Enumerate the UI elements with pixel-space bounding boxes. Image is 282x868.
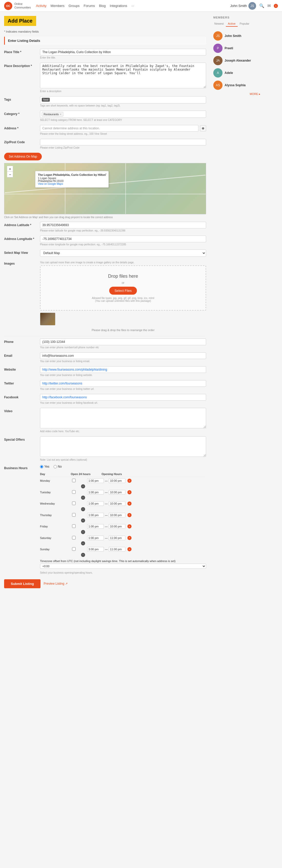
nav-integrations[interactable]: Integrations xyxy=(110,4,127,8)
preview-listing-link[interactable]: Preview Listing ↗ xyxy=(44,582,68,585)
open24-checkbox[interactable] xyxy=(72,501,76,505)
open24-checkbox[interactable] xyxy=(72,524,76,528)
remove-hour-button[interactable]: − xyxy=(81,553,85,557)
open-from-input[interactable] xyxy=(87,478,104,483)
nav-forums[interactable]: Forums xyxy=(83,4,95,8)
open24-checkbox[interactable] xyxy=(72,513,76,517)
member-item[interactable]: P Preeti xyxy=(212,42,261,54)
video-hint: Add video code here. YouTube etc. xyxy=(40,430,206,433)
map-popup-link[interactable]: View on Google Maps xyxy=(38,183,63,185)
tags-container[interactable]: food xyxy=(40,96,206,103)
video-input[interactable] xyxy=(40,408,206,428)
email-input[interactable] xyxy=(40,352,206,359)
images-label: Images xyxy=(4,260,40,266)
hours-table: Day Open 24 hours Opening Hours Monday —… xyxy=(40,471,206,557)
place-title-input[interactable] xyxy=(40,49,206,56)
more-members-link[interactable]: MORE ▸ xyxy=(212,91,261,97)
nav-members[interactable]: Members xyxy=(50,4,64,8)
lng-input[interactable] xyxy=(40,236,206,242)
day-name: Wednesday xyxy=(40,502,61,505)
member-name: Joseph Alexander xyxy=(224,59,251,62)
add-hour-button[interactable]: + xyxy=(128,479,132,483)
lat-input[interactable] xyxy=(40,222,206,228)
member-item[interactable]: JA Joseph Alexander xyxy=(212,54,261,67)
tab-newest[interactable]: Newest xyxy=(212,21,226,27)
open-from-input[interactable] xyxy=(87,513,104,518)
member-item[interactable]: A Adele xyxy=(212,67,261,79)
upload-area[interactable]: Drop files here or Select Files Allowed … xyxy=(40,266,206,311)
add-hour-button[interactable]: + xyxy=(128,490,132,494)
hour-row: Sunday — + xyxy=(40,547,206,552)
remove-hour-button[interactable]: − xyxy=(81,541,85,546)
category-remove[interactable]: × xyxy=(60,113,61,116)
nav-blog[interactable]: Blog xyxy=(99,4,106,8)
open24-checkbox[interactable] xyxy=(72,547,76,551)
add-hour-button[interactable]: + xyxy=(128,501,132,506)
tab-active[interactable]: Active xyxy=(226,21,238,27)
nav-more[interactable]: ··· xyxy=(131,4,134,8)
add-hour-button[interactable]: + xyxy=(128,524,132,528)
website-input[interactable] xyxy=(40,366,206,373)
open-to-input[interactable] xyxy=(109,524,126,529)
zoom-out-button[interactable]: − xyxy=(7,172,13,177)
open-from-input[interactable] xyxy=(87,501,104,506)
remove-hour-button[interactable]: − xyxy=(81,496,85,500)
map-view-select[interactable]: Default Map xyxy=(40,249,206,257)
phone-input[interactable] xyxy=(40,339,206,345)
remove-hour-button[interactable]: − xyxy=(81,507,85,511)
remove-hour-button[interactable]: − xyxy=(81,530,85,534)
open24-checkbox[interactable] xyxy=(72,536,76,539)
timezone-select[interactable]: +0:00 xyxy=(40,564,206,569)
zip-input[interactable] xyxy=(40,139,206,146)
open-from-input[interactable] xyxy=(87,547,104,552)
open-to-input[interactable] xyxy=(109,536,126,540)
open24-checkbox[interactable] xyxy=(72,490,76,494)
member-item[interactable]: JS John Smith xyxy=(212,30,261,42)
time-separator: — xyxy=(105,525,108,528)
hour-row: Thursday — + xyxy=(40,513,206,518)
open-from-input[interactable] xyxy=(87,536,104,540)
remove-hour-button[interactable]: − xyxy=(81,519,85,523)
facebook-input[interactable] xyxy=(40,394,206,401)
tab-popular[interactable]: Popular xyxy=(238,21,251,27)
special-offers-input[interactable] xyxy=(40,436,206,457)
mail-icon[interactable]: ✉ xyxy=(268,3,271,8)
open-to-input[interactable] xyxy=(109,490,126,495)
time-separator: — xyxy=(105,514,108,517)
add-hour-button[interactable]: + xyxy=(128,547,132,551)
open-to-input[interactable] xyxy=(109,501,126,506)
set-address-button[interactable]: Set Address On Map xyxy=(4,153,42,160)
remove-hour-button[interactable]: − xyxy=(81,484,85,488)
nav-groups[interactable]: Groups xyxy=(69,4,80,8)
add-hour-button[interactable]: + xyxy=(128,513,132,517)
search-icon[interactable]: 🔍 xyxy=(259,3,264,8)
open-to-input[interactable] xyxy=(109,547,126,552)
time-separator: — xyxy=(105,548,108,551)
nav-right: John Smith JS 🔍 ✉ 1 xyxy=(230,2,278,10)
category-container[interactable]: Restaurants × xyxy=(40,111,206,118)
open-to-input[interactable] xyxy=(109,478,126,483)
member-item[interactable]: AS Alyssa Sophia xyxy=(212,79,261,91)
submit-listing-button[interactable]: Submit Listing xyxy=(4,579,40,588)
open-from-input[interactable] xyxy=(87,524,104,529)
yes-radio[interactable] xyxy=(40,465,43,468)
select-files-button[interactable]: Select Files xyxy=(109,287,137,294)
hour-row: Wednesday — + xyxy=(40,501,206,506)
twitter-input[interactable] xyxy=(40,380,206,387)
no-radio[interactable] xyxy=(54,465,57,468)
mandatory-note: * Indicates mandatory fields xyxy=(4,30,206,33)
place-description-input[interactable]: Additionally rated as the best restauran… xyxy=(40,63,206,88)
geolocation-button[interactable]: ⊕ xyxy=(200,125,206,131)
nav-activity[interactable]: Activity xyxy=(36,4,46,8)
open-to-input[interactable] xyxy=(109,513,126,518)
open24-checkbox[interactable] xyxy=(72,479,76,482)
yes-radio-label[interactable]: Yes xyxy=(40,465,49,468)
add-hour-button[interactable]: + xyxy=(128,536,132,540)
map-popup-close[interactable]: × xyxy=(105,172,107,176)
open24-col-header: Open 24 hours xyxy=(71,472,91,475)
notification-badge[interactable]: 1 xyxy=(274,4,278,8)
address-input[interactable] xyxy=(40,125,199,132)
zoom-in-button[interactable]: + xyxy=(7,166,13,172)
no-radio-label[interactable]: No xyxy=(54,465,62,468)
open-from-input[interactable] xyxy=(87,490,104,495)
